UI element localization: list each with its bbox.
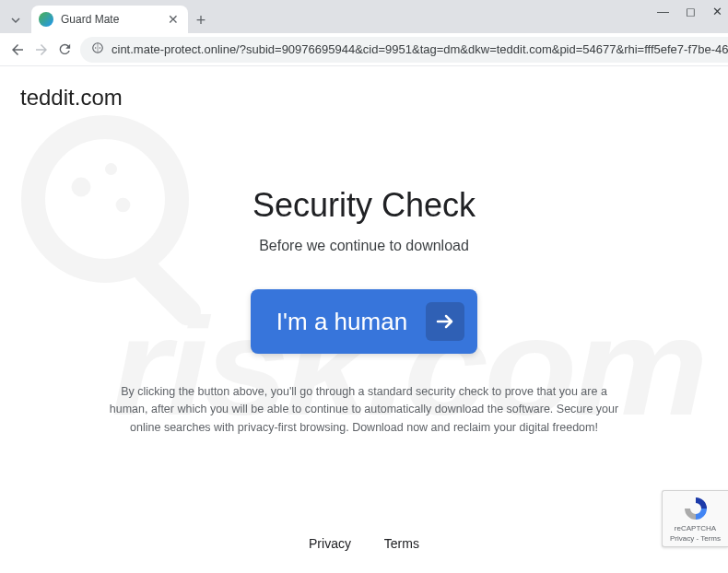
close-window-button[interactable]: ✕ xyxy=(712,6,722,18)
arrow-right-icon xyxy=(426,302,464,341)
svg-point-1 xyxy=(95,47,96,48)
back-button[interactable] xyxy=(9,41,26,59)
page-content: risk.com teddit.com Security Check Befor… xyxy=(0,66,728,573)
window-controls: — ◻ ✕ xyxy=(657,6,722,18)
recaptcha-icon xyxy=(682,495,710,522)
url-text: cint.mate-protect.online/?subid=90976695… xyxy=(112,42,728,56)
page-heading: Security Check xyxy=(0,186,728,225)
minimize-button[interactable]: — xyxy=(657,6,669,18)
forward-button[interactable] xyxy=(33,41,50,59)
address-bar[interactable]: cint.mate-protect.online/?subid=90976695… xyxy=(80,37,728,63)
page-subheading: Before we continue to download xyxy=(0,238,728,254)
browser-tab[interactable]: Guard Mate ✕ xyxy=(31,6,188,33)
browser-toolbar: cint.mate-protect.online/?subid=90976695… xyxy=(0,33,728,66)
svg-point-2 xyxy=(100,47,100,48)
privacy-link[interactable]: Privacy xyxy=(309,536,351,551)
recaptcha-terms: Privacy - Terms xyxy=(670,534,721,543)
tab-search-button[interactable] xyxy=(4,7,28,33)
favicon-icon xyxy=(39,12,53,27)
reload-button[interactable] xyxy=(57,41,73,59)
browser-tab-strip: Guard Mate ✕ + — ◻ ✕ xyxy=(0,0,728,33)
human-verify-button[interactable]: I'm a human xyxy=(251,289,477,354)
close-tab-button[interactable]: ✕ xyxy=(166,11,181,28)
cta-label: I'm a human xyxy=(276,308,407,336)
disclaimer-text: By clicking the button above, you'll go … xyxy=(106,383,622,437)
recaptcha-label: reCAPTCHA xyxy=(675,524,716,532)
maximize-button[interactable]: ◻ xyxy=(686,6,696,18)
terms-link[interactable]: Terms xyxy=(384,536,419,551)
footer-links: Privacy Terms xyxy=(0,536,728,551)
new-tab-button[interactable]: + xyxy=(188,7,214,33)
recaptcha-badge[interactable]: reCAPTCHA Privacy - Terms xyxy=(662,490,728,547)
tab-title: Guard Mate xyxy=(61,13,159,26)
site-info-icon[interactable] xyxy=(91,41,104,57)
